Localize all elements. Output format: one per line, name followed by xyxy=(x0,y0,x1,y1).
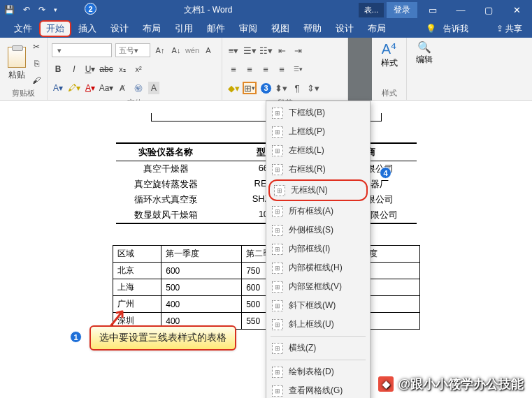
border-option-bottom[interactable]: ⊞下框线(B) xyxy=(268,103,368,122)
tab-layout[interactable]: 布局 xyxy=(136,20,168,37)
ribbon-display-icon[interactable]: ▭ xyxy=(420,5,445,15)
redo-icon[interactable]: ↷ xyxy=(38,5,45,15)
grow-font-icon[interactable]: A↑ xyxy=(154,44,166,57)
watermark-icon: ◆ xyxy=(378,376,394,392)
qat-more-icon[interactable]: ▾ xyxy=(54,6,57,13)
border-option-diag1[interactable]: ⊞斜下框线(W) xyxy=(268,296,368,315)
border-option-right[interactable]: ⊞右框线(R) xyxy=(268,160,368,179)
char-shading-icon[interactable]: A xyxy=(148,82,159,94)
border-grid-icon: ⊞ xyxy=(272,367,283,378)
line-spacing-icon[interactable]: ⇕▾ xyxy=(306,82,320,94)
save-icon[interactable]: 💾 xyxy=(4,5,15,15)
tab-insert[interactable]: 插入 xyxy=(71,20,103,37)
font-size-combo[interactable]: 五号 ▾ xyxy=(115,43,150,57)
border-option-iv[interactable]: ⊞内部竖框线(V) xyxy=(268,277,368,296)
annotation-badge-2: 2 xyxy=(85,3,96,15)
find-icon[interactable]: 🔍 xyxy=(417,40,431,54)
titlebar: 💾 ↶ ↷ ▾ 文档1 - Word 表... 登录 ▭ — ▢ ✕ xyxy=(0,0,532,20)
decrease-indent-icon[interactable]: ⇤ xyxy=(275,44,289,57)
borders-button[interactable]: ⊞▾ xyxy=(243,82,257,94)
annotation-badge-3: 3 xyxy=(260,82,272,94)
border-grid-icon: ⊞ xyxy=(272,300,283,311)
shading-icon[interactable]: ◆▾ xyxy=(227,82,240,94)
strike-icon[interactable]: abc xyxy=(100,63,113,75)
border-option-grid[interactable]: ⊞查看网格线(G) xyxy=(268,381,368,398)
align-left-icon[interactable]: ≡ xyxy=(227,63,240,75)
editing-button[interactable]: 编辑 xyxy=(416,54,433,66)
bullets-icon[interactable]: ≡▾ xyxy=(227,44,240,57)
cut-icon[interactable]: ✂ xyxy=(30,40,43,53)
border-grid-icon: ⊞ xyxy=(272,385,283,397)
tab-view[interactable]: 视图 xyxy=(264,20,296,37)
paragraph-group: ≡▾ ☰▾ ☷▾ ⇤ ⇥ ≡ ≡ ≡ ≡ ☰▾ ◆▾ ⊞▾ 3 ⬍▾ ¶ ⇕▾ xyxy=(222,38,348,100)
tab-mailings[interactable]: 邮件 xyxy=(200,20,232,37)
enclose-char-icon[interactable]: ㊙ xyxy=(132,82,145,94)
table-header: 第一季度 xyxy=(161,246,242,263)
login-button[interactable]: 登录 xyxy=(387,2,417,18)
tab-references[interactable]: 引用 xyxy=(168,20,200,37)
paste-button[interactable]: 粘贴 xyxy=(4,47,29,81)
clipboard-icon xyxy=(8,47,26,68)
numbering-icon[interactable]: ☰▾ xyxy=(243,44,257,57)
border-option-diag2[interactable]: ⊞斜上框线(U) xyxy=(268,315,368,334)
italic-icon[interactable]: I xyxy=(68,63,80,75)
tab-home[interactable]: 开始 xyxy=(39,20,71,37)
sort-icon[interactable]: ⬍▾ xyxy=(274,82,288,94)
align-center-icon[interactable]: ≡ xyxy=(243,63,257,75)
maximize-icon[interactable]: ▢ xyxy=(476,5,501,15)
border-option-inside[interactable]: ⊞内部框线(I) xyxy=(268,239,368,258)
border-grid-icon: ⊞ xyxy=(272,225,283,236)
superscript-icon[interactable]: x² xyxy=(132,63,145,75)
tab-help[interactable]: 帮助 xyxy=(296,20,329,37)
border-grid-icon: ⊞ xyxy=(272,319,283,330)
tab-table-layout[interactable]: 布局 xyxy=(361,20,393,37)
change-case-icon[interactable]: Aa▾ xyxy=(100,82,113,94)
increase-indent-icon[interactable]: ⇥ xyxy=(291,44,305,57)
styles-button[interactable]: 样式 xyxy=(381,57,398,69)
font-family-combo[interactable]: ▾ xyxy=(52,43,112,57)
char-border-icon[interactable]: A xyxy=(202,44,215,57)
font-color-icon[interactable]: A▾ xyxy=(84,82,96,94)
clear-format-icon[interactable]: A̸ xyxy=(116,82,129,94)
tab-review[interactable]: 审阅 xyxy=(232,20,264,37)
format-painter-icon[interactable]: 🖌 xyxy=(30,74,43,87)
tellme-icon[interactable]: 💡 xyxy=(426,24,436,34)
justify-icon[interactable]: ≡ xyxy=(275,63,289,75)
shrink-font-icon[interactable]: A↓ xyxy=(170,44,182,57)
copy-icon[interactable]: ⎘ xyxy=(30,57,43,70)
border-option-hr[interactable]: ⊞横线(Z) xyxy=(268,339,368,358)
styles-icon[interactable]: A⁴ xyxy=(382,40,396,57)
border-option-top[interactable]: ⊞上框线(P) xyxy=(268,122,368,141)
close-icon[interactable]: ✕ xyxy=(504,5,529,15)
tellme-text[interactable]: 告诉我 xyxy=(443,23,468,35)
ribbon: 粘贴 ✂ ⎘ 🖌 剪贴板 ▾ 五号 ▾ A↑ A↓ wén A B I U▾ xyxy=(0,38,532,101)
border-grid-icon: ⊞ xyxy=(272,126,283,138)
multilevel-icon[interactable]: ☷▾ xyxy=(259,44,273,57)
minimize-icon[interactable]: — xyxy=(448,5,473,15)
distribute-icon[interactable]: ☰▾ xyxy=(291,63,305,75)
highlight-icon[interactable]: 🖍▾ xyxy=(68,82,80,94)
border-grid-icon: ⊞ xyxy=(272,281,283,293)
text-effects-icon[interactable]: A▾ xyxy=(52,82,64,94)
phonetic-icon[interactable]: wén xyxy=(186,44,199,57)
table-tools-tab[interactable]: 表... xyxy=(359,3,384,17)
underline-icon[interactable]: U▾ xyxy=(84,63,96,75)
border-grid-icon: ⊞ xyxy=(272,263,283,274)
undo-icon[interactable]: ↶ xyxy=(23,5,30,15)
border-option-all[interactable]: ⊞所有框线(A) xyxy=(268,202,368,221)
show-marks-icon[interactable]: ¶ xyxy=(290,82,304,94)
border-option-ih[interactable]: ⊞内部横框线(H) xyxy=(268,258,368,277)
share-button[interactable]: ⇪ 共享 xyxy=(496,23,522,35)
border-grid-icon: ⊞ xyxy=(272,164,283,175)
bold-icon[interactable]: B xyxy=(52,63,64,75)
tab-table-design[interactable]: 设计 xyxy=(329,20,361,37)
menubar: 文件 开始 2 插入 设计 布局 引用 邮件 审阅 视图 帮助 设计 布局 💡 … xyxy=(0,20,532,38)
tab-file[interactable]: 文件 xyxy=(7,20,39,37)
border-option-left[interactable]: ⊞左框线(L) xyxy=(268,141,368,160)
border-option-none[interactable]: ⊞无框线(N) xyxy=(268,179,368,201)
subscript-icon[interactable]: x₂ xyxy=(116,63,129,75)
tab-design[interactable]: 设计 xyxy=(103,20,136,37)
border-option-outside[interactable]: ⊞外侧框线(S) xyxy=(268,221,368,239)
align-right-icon[interactable]: ≡ xyxy=(259,63,273,75)
border-option-draw[interactable]: ⊞绘制表格(D) xyxy=(268,362,368,381)
